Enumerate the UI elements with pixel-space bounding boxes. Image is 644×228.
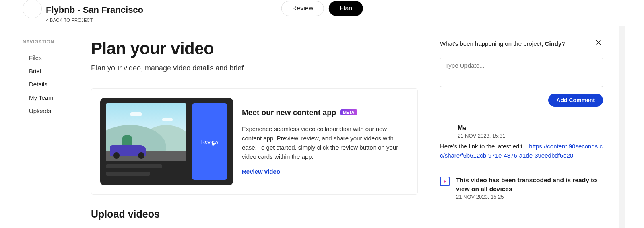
project-avatar xyxy=(23,0,42,18)
activity-time: 21 NOV 2023, 15:25 xyxy=(456,194,603,200)
promo-card: Review Meet our new content app BETA Exp… xyxy=(91,88,418,195)
header: Flybnb - San Francisco < BACK TO PROJECT… xyxy=(0,0,644,26)
beta-badge: BETA xyxy=(340,109,357,115)
back-to-project-link[interactable]: < BACK TO PROJECT xyxy=(46,18,93,23)
scrollbar[interactable] xyxy=(619,26,625,228)
project-title: Flybnb - San Francisco xyxy=(46,5,143,15)
activity-prompt: What's been happening on the project, Ci… xyxy=(440,40,565,47)
navigation: NAVIGATION Files Brief Details My Team U… xyxy=(23,39,71,228)
body: NAVIGATION Files Brief Details My Team U… xyxy=(0,26,644,228)
video-ready-icon xyxy=(440,177,450,186)
update-input[interactable] xyxy=(440,58,603,87)
tab-review[interactable]: Review xyxy=(281,1,324,16)
nav-item-brief[interactable]: Brief xyxy=(23,64,71,78)
page-subtitle: Plan your video, manage video details an… xyxy=(91,64,418,72)
nav-item-my-team[interactable]: My Team xyxy=(23,91,71,104)
promo-panel: Review xyxy=(192,103,227,180)
project-block: Flybnb - San Francisco < BACK TO PROJECT xyxy=(46,5,143,23)
promo-body: Experience seamless video collaboration … xyxy=(242,124,401,162)
main-content: Plan your video Plan your video, manage … xyxy=(91,39,418,228)
activity-author: Me xyxy=(458,125,603,132)
upload-videos-heading: Upload videos xyxy=(91,208,418,220)
nav-label: NAVIGATION xyxy=(23,39,71,45)
nav-item-files[interactable]: Files xyxy=(23,51,71,64)
activity-item: Me 21 NOV 2023, 15:31 Here's the link to… xyxy=(440,117,603,168)
left-pane: NAVIGATION Files Brief Details My Team U… xyxy=(0,26,430,228)
nav-item-details[interactable]: Details xyxy=(23,78,71,91)
promo-illustration: Review xyxy=(100,98,233,185)
nav-item-uploads[interactable]: Uploads xyxy=(23,104,71,117)
activity-time: 21 NOV 2023, 15:31 xyxy=(458,133,603,139)
activity-system-title: This video has been transcoded and is re… xyxy=(456,176,603,193)
activity-panel: What's been happening on the project, Ci… xyxy=(430,26,619,228)
header-tabs: Review Plan xyxy=(281,1,363,16)
tab-plan[interactable]: Plan xyxy=(329,1,363,16)
cursor-icon xyxy=(211,141,217,149)
page-title: Plan your video xyxy=(91,39,418,58)
close-icon[interactable] xyxy=(594,38,603,49)
add-comment-button[interactable]: Add Comment xyxy=(548,94,603,107)
promo-heading: Meet our new content app xyxy=(242,108,336,117)
activity-item: This video has been transcoded and is re… xyxy=(440,168,603,208)
promo-scene xyxy=(106,103,186,161)
activity-header: What's been happening on the project, Ci… xyxy=(440,38,603,49)
promo-text: Meet our new content app BETA Experience… xyxy=(242,108,401,175)
review-video-link[interactable]: Review video xyxy=(242,168,280,175)
activity-body: Here's the link to the latest edit – htt… xyxy=(440,142,603,160)
